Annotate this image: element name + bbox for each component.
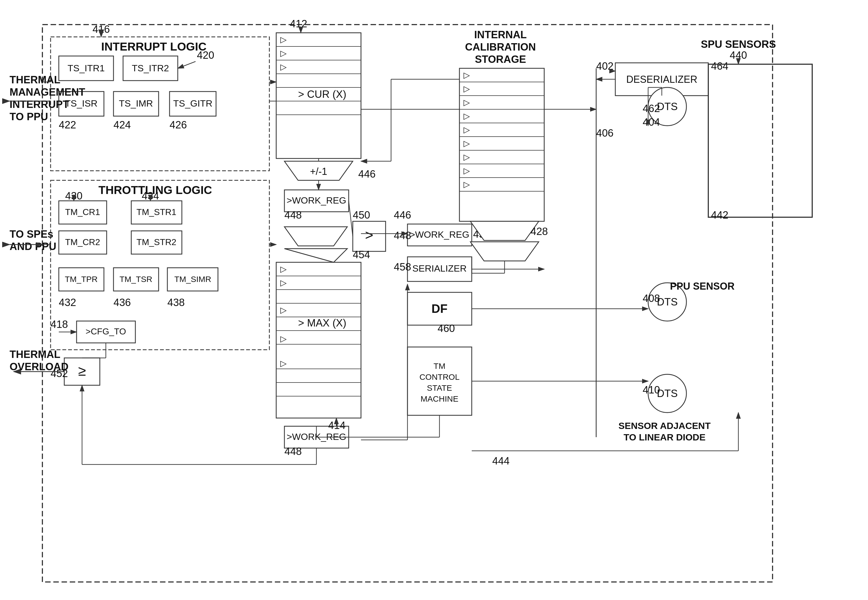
interrupt-logic-label: INTERRUPT LOGIC [101, 40, 207, 53]
ts-gitr-label: TS_GITR [173, 98, 213, 109]
num-436: 436 [114, 297, 131, 308]
num-462: 462 [643, 103, 660, 114]
cal-reg-arrow-9: ▷ [464, 180, 470, 189]
max-x-label: > MAX (X) [298, 317, 346, 329]
cal-reg-arrow-8: ▷ [464, 166, 470, 175]
to-spes-label2: AND PPU [9, 241, 56, 252]
num-454: 454 [353, 249, 370, 261]
thermal-overload-label: THERMAL [9, 348, 61, 360]
thermal-mgmt-label2: MANAGEMENT [9, 86, 85, 98]
ts-itr1-label: TS_ITR1 [68, 63, 105, 73]
cal-reg-arrow-7: ▷ [464, 153, 470, 162]
sensor-adj-label2: TO LINEAR DIODE [623, 432, 705, 442]
ts-isr-label: TS_ISR [65, 98, 97, 109]
reg-arrow-2: ▷ [280, 48, 287, 58]
num-410: 410 [643, 384, 660, 395]
cal-reg-arrow-6: ▷ [464, 139, 470, 148]
num-458: 458 [394, 261, 411, 273]
max-reg-arrow-2: ▷ [280, 278, 287, 287]
serializer-label: SERIALIZER [412, 263, 467, 274]
cal-reg-arrow-1: ▷ [464, 71, 470, 79]
cal-reg-arrow-4: ▷ [464, 112, 470, 121]
max-reg-arrow-3: ▷ [280, 306, 287, 315]
num-422: 422 [59, 119, 76, 130]
tm-cr2-label: TM_CR2 [65, 237, 100, 247]
thermal-overload-label2: OVERLOAD [9, 361, 68, 373]
cal-reg-arrow-3: ▷ [464, 98, 470, 107]
num-404: 404 [643, 117, 660, 128]
tm-str2-label: TM_STR2 [137, 237, 176, 247]
num-442: 442 [711, 209, 728, 221]
max-reg-arrow-4: ▷ [280, 334, 287, 343]
num-460: 460 [438, 323, 455, 334]
thermal-mgmt-label3: INTERRUPT [9, 98, 69, 110]
num-424: 424 [114, 119, 131, 130]
cal-reg-arrow-5: ▷ [464, 125, 470, 134]
reg-arrow-3: ▷ [280, 62, 287, 71]
cal-reg-arrow-2: ▷ [464, 84, 470, 93]
num-406: 406 [596, 127, 613, 139]
cur-x-label: > CUR (X) [298, 88, 346, 100]
num-402: 402 [596, 61, 613, 72]
tm-cr1-label: TM_CR1 [65, 207, 100, 217]
max-reg-arrow-1: ▷ [280, 265, 287, 274]
num-434: 434 [142, 190, 159, 202]
thermal-mgmt-label1: THERMAL [9, 74, 61, 85]
tm-tpr-label: TM_TPR [65, 274, 97, 283]
num-446b: 446 [394, 209, 411, 221]
num-420: 420 [197, 50, 214, 61]
num-440: 440 [730, 50, 747, 61]
num-416: 416 [93, 24, 109, 35]
num-412: 412 [290, 18, 307, 29]
work-reg-2-label: >WORK_REG [410, 229, 469, 239]
num-446a: 446 [358, 168, 375, 180]
cal-storage-label2: CALIBRATION [465, 41, 536, 53]
work-reg-1-label: >WORK_REG [287, 195, 346, 206]
tm-control-label2: CONTROL [420, 373, 460, 382]
num-418: 418 [50, 318, 68, 330]
df-label: DF [432, 302, 448, 315]
cal-storage-label1: INTERNAL [474, 29, 527, 41]
num-438: 438 [167, 297, 185, 308]
tm-simr-label: TM_SIMR [175, 274, 211, 283]
sensor-adj-label1: SENSOR ADJACENT [619, 421, 711, 431]
tm-control-label1: TM [433, 362, 445, 371]
cal-storage-label3: STORAGE [475, 53, 526, 65]
num-426: 426 [170, 119, 187, 130]
num-448c: 448 [284, 445, 302, 457]
ppu-sensor-label: PPU SENSOR [670, 280, 734, 292]
num-408: 408 [643, 292, 660, 304]
tm-str1-label: TM_STR1 [137, 207, 176, 217]
num-464: 464 [711, 61, 728, 72]
num-448b: 448 [394, 230, 411, 241]
tm-control-label3: STATE [427, 383, 452, 392]
num-432: 432 [59, 297, 76, 308]
gt-comparator: > [365, 227, 373, 243]
plus-minus-label: +/-1 [310, 166, 327, 177]
tm-control-label4: MACHINE [421, 394, 458, 403]
gte-symbol: ≥ [78, 363, 86, 379]
num-450: 450 [353, 209, 370, 221]
num-448a: 448 [284, 209, 302, 221]
thermal-mgmt-label4: TO PPU [9, 111, 48, 123]
reg-arrow-1: ▷ [280, 35, 287, 44]
num-430: 430 [65, 190, 82, 202]
cfg-to-label: >CFG_TO [86, 326, 126, 336]
max-reg-arrow-5: ▷ [280, 359, 287, 368]
deserializer-label: DESERIALIZER [626, 74, 697, 85]
tm-tsr-label: TM_TSR [120, 274, 152, 283]
num-414: 414 [328, 420, 345, 431]
ts-itr2-label: TS_ITR2 [132, 63, 169, 73]
spu-sensors-label: SPU SENSORS [701, 38, 776, 50]
to-spes-label1: TO SPEs [9, 229, 53, 240]
num-444: 444 [492, 455, 509, 467]
num-428: 428 [531, 226, 548, 237]
ts-imr-label: TS_IMR [119, 98, 153, 109]
